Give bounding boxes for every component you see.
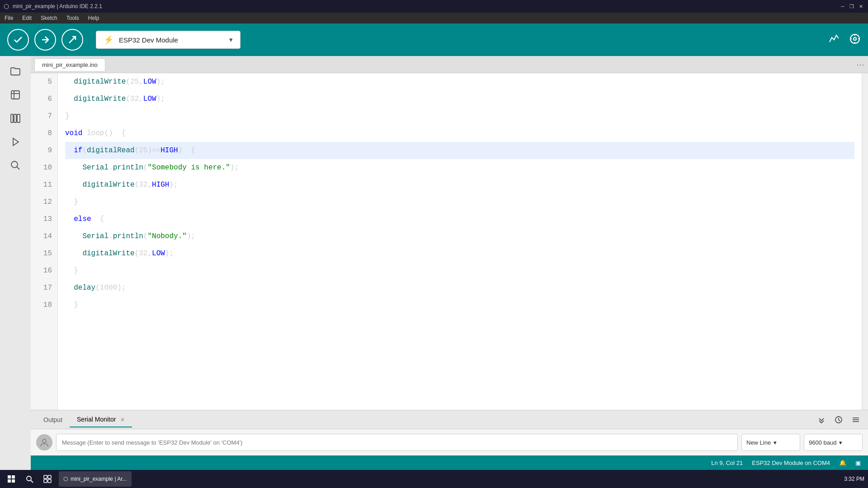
menu-edit[interactable]: Edit — [18, 13, 36, 23]
taskbar-start — [4, 471, 55, 487]
svg-rect-22 — [8, 475, 11, 479]
upload-button[interactable] — [34, 29, 56, 51]
tab-bar: mini_pir_example.ino ⋯ — [31, 56, 868, 73]
board-selector[interactable]: ⚡ ESP32 Dev Module ▾ — [96, 31, 241, 49]
options-btn[interactable] — [849, 413, 863, 427]
serial-monitor-close[interactable]: ✕ — [120, 417, 125, 423]
svg-rect-30 — [44, 479, 47, 483]
menu-help[interactable]: Help — [84, 13, 104, 23]
bottom-controls — [815, 413, 863, 427]
sidebar — [0, 56, 31, 470]
status-bar-right: Ln 9, Col 21 ESP32 Dev Module on COM4 🔔 … — [711, 460, 861, 466]
sidebar-folder-icon[interactable] — [5, 61, 25, 81]
serial-input-area: New Line ▾ 9600 baud ▾ — [31, 429, 868, 455]
cursor-position: Ln 9, Col 21 — [711, 460, 743, 466]
svg-rect-29 — [48, 475, 51, 479]
svg-point-3 — [854, 38, 856, 40]
taskbar-app-icon: ⬡ — [63, 476, 68, 482]
serial-plotter-icon[interactable] — [828, 33, 840, 47]
svg-line-27 — [31, 480, 33, 483]
scrollbar[interactable] — [862, 73, 868, 410]
output-tab[interactable]: Output — [36, 413, 70, 427]
sidebar-history-icon[interactable] — [5, 85, 25, 105]
svg-line-1 — [69, 37, 75, 43]
restore-button[interactable]: ❐ — [848, 3, 855, 10]
svg-point-21 — [42, 439, 46, 443]
svg-rect-11 — [11, 114, 13, 122]
sidebar-library-icon[interactable] — [5, 108, 25, 128]
verify-button[interactable] — [7, 29, 29, 51]
board-dropdown-arrow: ▾ — [229, 36, 233, 44]
toolbar-right — [828, 33, 861, 47]
timestamp-btn[interactable] — [832, 413, 845, 427]
taskbar-app-arduino[interactable]: ⬡ mini_pir_example | Ar... — [59, 471, 132, 487]
svg-rect-24 — [8, 479, 11, 483]
svg-marker-14 — [13, 138, 19, 145]
main-area: mini_pir_example.ino ⋯ 56789101112131415… — [0, 56, 868, 470]
minimize-button[interactable]: ─ — [839, 3, 846, 10]
file-tab[interactable]: mini_pir_example.ino — [34, 58, 105, 71]
menu-sketch[interactable]: Sketch — [36, 13, 62, 23]
svg-rect-28 — [44, 475, 47, 479]
taskbar: ⬡ mini_pir_example | Ar... 3:32 PM — [0, 470, 868, 488]
board-port-info: ESP32 Dev Module on COM4 — [752, 460, 830, 466]
serial-monitor-tab[interactable]: Serial Monitor ✕ — [70, 412, 132, 427]
new-line-dropdown[interactable]: New Line ▾ — [741, 434, 800, 451]
taskbar-time: 3:32 PM — [844, 476, 864, 482]
taskbar-taskview-icon[interactable] — [40, 471, 55, 487]
bottom-tab-bar: Output Serial Monitor ✕ — [31, 410, 868, 429]
menu-tools[interactable]: Tools — [62, 13, 84, 23]
avatar — [36, 434, 52, 450]
svg-rect-12 — [14, 114, 16, 122]
title-bar: ⬡ mini_pir_example | Arduino IDE 2.2.1 ─… — [0, 0, 868, 13]
window-title: mini_pir_example | Arduino IDE 2.2.1 — [13, 3, 102, 9]
notification-icon[interactable]: 🔔 — [839, 460, 846, 466]
close-button[interactable]: ✕ — [857, 3, 864, 10]
svg-point-26 — [27, 476, 31, 481]
sidebar-search-icon[interactable] — [5, 155, 25, 175]
svg-rect-23 — [12, 475, 15, 479]
layout-icon[interactable]: ▣ — [855, 460, 861, 466]
line-numbers: 56789101112131415161718 — [31, 73, 58, 410]
taskbar-search-icon[interactable] — [22, 471, 37, 487]
code-content[interactable]: digitalWrite(25,LOW); digitalWrite(32,LO… — [58, 73, 862, 410]
serial-monitor-icon[interactable] — [849, 33, 861, 47]
svg-rect-8 — [11, 91, 19, 99]
taskbar-right: 3:32 PM — [844, 476, 864, 482]
taskbar-app-label: mini_pir_example | Ar... — [71, 476, 127, 482]
app-icon: ⬡ — [4, 3, 9, 10]
tab-more-button[interactable]: ⋯ — [856, 60, 864, 70]
svg-rect-31 — [48, 479, 51, 483]
code-editor[interactable]: 56789101112131415161718 digitalWrite(25,… — [31, 73, 868, 410]
board-name-label: ESP32 Dev Module — [119, 36, 178, 44]
start-button[interactable] — [4, 471, 19, 487]
debug-button[interactable] — [61, 29, 83, 51]
bottom-panel: Output Serial Monitor ✕ — [31, 410, 868, 455]
menu-bar: File Edit Sketch Tools Help — [0, 13, 868, 23]
sidebar-debug-icon[interactable] — [5, 132, 25, 152]
menu-file[interactable]: File — [0, 13, 18, 23]
svg-line-16 — [17, 167, 19, 169]
baud-rate-dropdown[interactable]: 9600 baud ▾ — [804, 434, 863, 451]
svg-rect-13 — [17, 114, 20, 122]
toolbar: ⚡ ESP32 Dev Module ▾ — [0, 23, 868, 56]
scroll-to-bottom-btn[interactable] — [815, 413, 828, 427]
serial-message-input[interactable] — [56, 434, 738, 451]
usb-icon: ⚡ — [104, 35, 113, 45]
svg-rect-25 — [12, 479, 15, 483]
status-bar: Ln 9, Col 21 ESP32 Dev Module on COM4 🔔 … — [31, 455, 868, 470]
svg-point-15 — [11, 161, 18, 168]
